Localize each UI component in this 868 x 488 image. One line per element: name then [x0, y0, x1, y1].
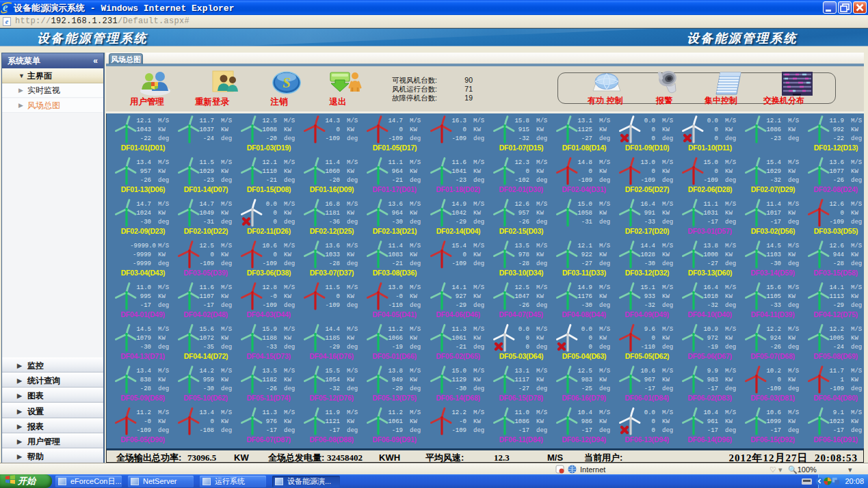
svg-text:S: S	[282, 74, 291, 91]
